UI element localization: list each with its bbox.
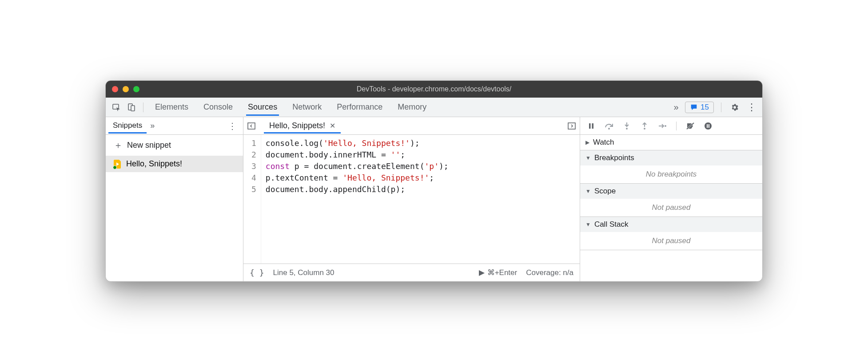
- svg-point-8: [626, 128, 628, 130]
- step-out-icon[interactable]: [639, 120, 650, 132]
- issues-count: 15: [701, 103, 709, 112]
- tab-sources[interactable]: Sources: [246, 99, 279, 116]
- window-title: DevTools - developer.chrome.com/docs/dev…: [106, 85, 762, 93]
- section-title: Watch: [593, 138, 614, 147]
- section-watch[interactable]: ▶Watch: [580, 135, 762, 150]
- triangle-right-icon: ▶: [585, 139, 589, 146]
- cursor-position: Line 5, Column 30: [273, 268, 334, 277]
- file-tab-label: Hello, Snippets!: [269, 121, 325, 130]
- kebab-menu-icon[interactable]: ⋮: [745, 101, 758, 114]
- editor-tabbar: Hello, Snippets! ✕: [243, 117, 580, 135]
- new-snippet-label: New snippet: [127, 141, 171, 150]
- coverage-status: Coverage: n/a: [526, 268, 573, 277]
- sidebar-more-tabs-icon[interactable]: »: [150, 121, 155, 130]
- debugger-toggle-right-icon[interactable]: [566, 121, 577, 131]
- tab-memory[interactable]: Memory: [396, 99, 428, 116]
- sidebar-tab-snippets[interactable]: Snippets: [108, 118, 147, 134]
- close-window-button[interactable]: [112, 86, 118, 92]
- svg-rect-6: [592, 123, 594, 129]
- window-controls: [112, 86, 139, 92]
- step-icon[interactable]: [657, 120, 668, 132]
- svg-rect-3: [248, 123, 255, 129]
- step-into-icon[interactable]: [621, 120, 633, 132]
- debug-toolbar: [580, 117, 762, 135]
- editor-pane: Hello, Snippets! ✕ 12345 console.log('He…: [243, 117, 580, 281]
- sidebar-kebab-icon[interactable]: ⋮: [224, 121, 240, 131]
- svg-point-9: [644, 128, 645, 130]
- svg-rect-13: [707, 124, 708, 128]
- svg-point-10: [665, 125, 666, 127]
- panel-tabs: ElementsConsoleSourcesNetworkPerformance…: [153, 99, 667, 116]
- snippet-item-label: Hello, Snippets!: [126, 159, 182, 169]
- issues-badge[interactable]: 15: [685, 102, 714, 113]
- editor-file-tab[interactable]: Hello, Snippets! ✕: [264, 118, 341, 134]
- close-tab-icon[interactable]: ✕: [330, 122, 335, 130]
- navigator-toggle-left-icon[interactable]: [246, 121, 257, 131]
- line-gutter: 12345: [243, 135, 261, 264]
- modified-indicator-icon: [113, 165, 117, 169]
- editor-statusbar: { } Line 5, Column 30 ▶ ⌘+Enter Coverage…: [243, 264, 580, 281]
- tab-console[interactable]: Console: [202, 99, 235, 116]
- section-breakpoints[interactable]: ▼Breakpoints: [580, 150, 762, 165]
- svg-rect-2: [131, 106, 135, 111]
- plus-icon: ＋: [114, 139, 123, 151]
- play-icon: ▶: [479, 268, 485, 277]
- titlebar: DevTools - developer.chrome.com/docs/dev…: [106, 81, 762, 98]
- run-shortcut-label: ⌘+Enter: [487, 268, 518, 277]
- code-content: console.log('Hello, Snippets!');document…: [261, 135, 453, 264]
- run-snippet-button[interactable]: ▶ ⌘+Enter: [479, 268, 518, 277]
- main-toolbar: ElementsConsoleSourcesNetworkPerformance…: [106, 98, 762, 117]
- navigator-sidebar: Snippets » ⋮ ＋ New snippet Hello, Snippe…: [106, 117, 243, 281]
- snippet-list-item[interactable]: Hello, Snippets!: [106, 156, 243, 172]
- pretty-print-icon[interactable]: { }: [250, 268, 264, 277]
- tab-performance[interactable]: Performance: [335, 99, 384, 116]
- svg-rect-5: [589, 123, 591, 129]
- inspect-element-icon[interactable]: [110, 101, 123, 114]
- triangle-down-icon: ▼: [585, 155, 591, 161]
- section-title: Call Stack: [594, 220, 629, 229]
- section-body: Not paused: [580, 199, 762, 216]
- triangle-down-icon: ▼: [585, 188, 591, 194]
- section-call-stack[interactable]: ▼Call Stack: [580, 217, 762, 232]
- step-over-icon[interactable]: [603, 120, 615, 132]
- section-body: No breakpoints: [580, 165, 762, 183]
- deactivate-breakpoints-icon[interactable]: [685, 120, 696, 132]
- maximize-window-button[interactable]: [133, 86, 139, 92]
- pause-icon[interactable]: [585, 120, 597, 132]
- debugger-pane: ▶Watch▼BreakpointsNo breakpoints▼ScopeNo…: [580, 117, 762, 281]
- section-title: Scope: [594, 187, 616, 196]
- issues-icon: [690, 103, 698, 111]
- sidebar-header: Snippets » ⋮: [106, 117, 243, 135]
- section-scope[interactable]: ▼Scope: [580, 184, 762, 199]
- toolbar-divider: [143, 102, 143, 112]
- tab-elements[interactable]: Elements: [153, 99, 190, 116]
- svg-rect-4: [568, 123, 575, 129]
- devtools-window: DevTools - developer.chrome.com/docs/dev…: [105, 80, 763, 282]
- snippet-file-icon: [114, 160, 122, 169]
- toolbar-right: 15 ⋮: [685, 101, 758, 114]
- debug-divider: [676, 122, 677, 130]
- toolbar-divider: [721, 102, 721, 112]
- section-title: Breakpoints: [594, 153, 634, 162]
- svg-rect-14: [709, 124, 709, 128]
- main-area: Snippets » ⋮ ＋ New snippet Hello, Snippe…: [106, 117, 762, 281]
- more-tabs-icon[interactable]: »: [670, 101, 682, 114]
- device-toggle-icon[interactable]: [125, 101, 138, 114]
- settings-icon[interactable]: [729, 101, 741, 114]
- section-body: Not paused: [580, 232, 762, 250]
- minimize-window-button[interactable]: [123, 86, 129, 92]
- new-snippet-button[interactable]: ＋ New snippet: [106, 135, 243, 156]
- tab-network[interactable]: Network: [291, 99, 323, 116]
- svg-point-7: [608, 128, 610, 130]
- triangle-down-icon: ▼: [585, 221, 591, 228]
- pause-on-exceptions-icon[interactable]: [702, 120, 714, 132]
- code-editor[interactable]: 12345 console.log('Hello, Snippets!');do…: [243, 135, 580, 264]
